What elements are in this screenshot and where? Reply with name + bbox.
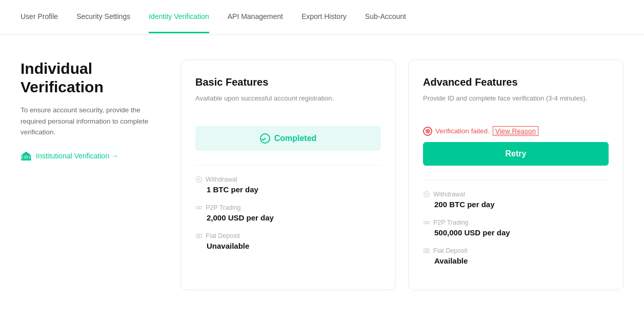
advanced-fiat-value: Available (423, 256, 609, 265)
basic-fiat-label: Fiat Deposit (206, 232, 240, 239)
verification-failed-text: Verification failed. (435, 127, 490, 135)
nav-item-user-profile[interactable]: User Profile (21, 1, 58, 33)
advanced-fiat-label: Fiat Deposit (433, 247, 468, 254)
basic-withdrawal-label: Withdrawal (206, 176, 237, 183)
left-panel: Individual Verification To ensure accoun… (21, 59, 164, 162)
svg-rect-9 (196, 234, 202, 238)
nav-item-api-management[interactable]: API Management (228, 1, 283, 33)
basic-fiat-value: Unavailable (195, 242, 381, 250)
svg-rect-14 (424, 249, 430, 253)
retry-label: Retry (506, 149, 527, 158)
check-circle-icon (260, 133, 270, 144)
adv-withdrawal-icon (423, 191, 430, 198)
page-title: Individual Verification (21, 59, 164, 96)
completed-label: Completed (274, 134, 317, 143)
institutional-link-label: Institutional Verification → (36, 152, 118, 160)
svg-point-8 (199, 206, 202, 209)
fiat-icon (195, 232, 203, 239)
nav-bar: User Profile Security Settings Identity … (0, 0, 644, 35)
basic-features-card: Basic Features Available upon successful… (180, 59, 396, 290)
institutional-verification-link[interactable]: Institutional Verification → (21, 150, 164, 162)
basic-card-desc: Available upon successful account regist… (195, 93, 381, 114)
advanced-divider (423, 180, 609, 180)
svg-rect-2 (24, 155, 26, 159)
page-description: To ensure account security, provide the … (21, 105, 164, 138)
advanced-card-title: Advanced Features (423, 76, 609, 88)
nav-item-export-history[interactable]: Export History (301, 1, 347, 33)
advanced-withdrawal-label: Withdrawal (433, 191, 465, 198)
adv-p2p-icon (423, 219, 430, 226)
view-reason-link[interactable]: View Reason (493, 126, 538, 136)
advanced-card-desc: Provide ID and complete face verificatio… (423, 93, 609, 114)
nav-item-security-settings[interactable]: Security Settings (76, 1, 130, 33)
svg-marker-5 (22, 152, 31, 155)
advanced-p2p-feature: P2P Trading 500,000 USD per day (423, 219, 609, 237)
p2p-icon (195, 204, 203, 211)
svg-rect-4 (29, 155, 31, 159)
basic-withdrawal-value: 1 BTC per day (195, 185, 381, 194)
basic-p2p-value: 2,000 USD per day (195, 213, 381, 222)
svg-rect-3 (27, 155, 28, 159)
svg-rect-1 (22, 155, 24, 159)
advanced-p2p-label: P2P Trading (433, 219, 469, 226)
basic-p2p-label: P2P Trading (206, 204, 241, 211)
basic-fiat-feature: Fiat Deposit Unavailable (195, 232, 381, 250)
basic-p2p-feature: P2P Trading 2,000 USD per day (195, 204, 381, 222)
basic-withdrawal-feature: Withdrawal 1 BTC per day (195, 176, 381, 194)
nav-item-identity-verification[interactable]: Identity Verification (149, 1, 209, 33)
withdrawal-icon (195, 176, 203, 183)
institution-icon (21, 150, 32, 162)
advanced-withdrawal-value: 200 BTC per day (423, 200, 609, 209)
main-content: Individual Verification To ensure accoun… (0, 35, 644, 311)
svg-point-15 (426, 250, 428, 252)
divider (195, 165, 381, 166)
svg-point-10 (198, 235, 200, 237)
advanced-withdrawal-feature: Withdrawal 200 BTC per day (423, 191, 609, 209)
svg-point-13 (427, 221, 429, 224)
nav-item-sub-account[interactable]: Sub-Account (365, 1, 406, 33)
retry-button[interactable]: Retry (423, 142, 609, 166)
advanced-fiat-feature: Fiat Deposit Available (423, 247, 609, 265)
adv-fiat-icon (423, 247, 430, 254)
advanced-p2p-value: 500,000 USD per day (423, 228, 609, 237)
completed-button: Completed (195, 126, 381, 151)
error-circle-icon: ⊗ (423, 127, 432, 136)
cards-area: Basic Features Available upon successful… (180, 59, 623, 290)
basic-card-title: Basic Features (195, 76, 381, 88)
verification-failed-notice: ⊗ Verification failed. View Reason (423, 126, 609, 136)
svg-point-7 (196, 206, 199, 209)
svg-point-12 (424, 221, 427, 224)
advanced-features-card: Advanced Features Provide ID and complet… (408, 59, 623, 290)
